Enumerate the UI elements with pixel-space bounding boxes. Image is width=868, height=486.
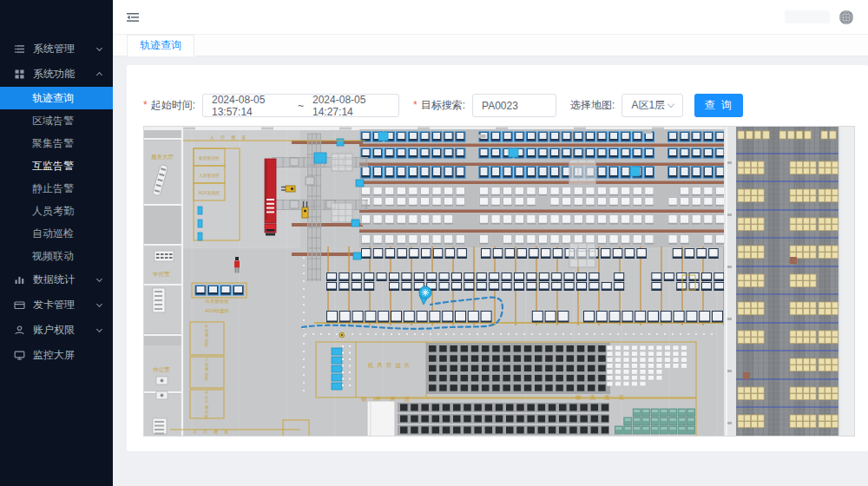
sidebar-item-system-func[interactable]: 系统功能	[0, 62, 113, 86]
sidebar-item-label: 账户权限	[33, 323, 97, 338]
sidebar-subitem-1[interactable]: 区域告警	[0, 109, 113, 132]
sidebar-subitem-3[interactable]: 互监告警	[0, 154, 113, 177]
sidebar-subitem-7[interactable]: 视频联动	[0, 245, 113, 267]
globe-avatar-icon[interactable]	[838, 10, 854, 25]
dark-storage-row	[398, 414, 609, 424]
rack-bar	[359, 230, 727, 233]
sidebar-item-label: 系统管理	[33, 42, 97, 56]
chart-icon	[14, 274, 25, 286]
dark-storage-row	[398, 425, 609, 435]
sidebar-item-label: 发卡管理	[33, 298, 97, 312]
right-edge-strip	[838, 127, 855, 437]
equipment-stack	[332, 383, 342, 390]
sidebar-item-data-stats[interactable]: 数据统计	[0, 267, 113, 292]
sidebar-subitem-6[interactable]: 自动巡检	[0, 222, 113, 245]
top-header	[113, 0, 868, 35]
dark-storage-row	[398, 403, 609, 412]
forklift	[302, 207, 308, 218]
sidebar-item-card-mgmt[interactable]: 发卡管理	[0, 292, 113, 317]
svg-text:人行通道: 人行通道	[210, 135, 252, 141]
time-end-value: 2024-08-05 14:27:14	[312, 94, 390, 118]
chevron-down-icon	[96, 300, 102, 306]
sidebar-item-label: 系统功能	[33, 67, 97, 82]
chevron-down-icon	[96, 44, 102, 50]
control-room-panel	[155, 251, 174, 261]
content-area: 起始时间: 2024-08-05 13:57:14 ~ 2024-08-05 1…	[113, 56, 868, 486]
list-icon	[14, 43, 25, 55]
svg-text:出库缓存区: 出库缓存区	[205, 324, 209, 347]
highlight-cell	[356, 180, 364, 187]
sidebar-item-account-perm[interactable]: 账户权限	[0, 318, 113, 342]
chevron-down-icon	[667, 101, 674, 108]
rack-bar	[359, 144, 727, 148]
sidebar-subitem-5[interactable]: 人员考勤	[0, 200, 113, 222]
chevron-up-icon	[96, 72, 102, 78]
start-time-label: 起始时间:	[143, 98, 195, 113]
sidebar-item-label: 数据统计	[33, 273, 97, 287]
crane-lattice	[332, 154, 352, 171]
equipment-stack	[332, 357, 342, 364]
card-icon	[14, 299, 25, 311]
rack-bar	[359, 163, 727, 167]
crane-lattice	[569, 243, 595, 267]
rack-bar	[292, 141, 363, 144]
conveyor-track	[273, 200, 368, 210]
map-select-value: A区1层	[631, 98, 665, 113]
dock-door	[367, 401, 395, 437]
worker-figure	[235, 257, 239, 260]
sidebar-subitem-4[interactable]: 静止告警	[0, 177, 113, 200]
svg-text:收货暂存区: 收货暂存区	[199, 155, 220, 161]
app-root: 系统管理系统功能轨迹查询区域告警聚集告警互监告警静止告警人员考勤自动巡检视频联动…	[0, 0, 868, 486]
equipment-stack	[332, 374, 342, 381]
header-right	[785, 10, 854, 25]
time-separator: ~	[298, 100, 304, 112]
chevron-down-icon	[96, 325, 102, 332]
query-button[interactable]: 查 询	[694, 94, 742, 117]
rack-bar	[359, 210, 727, 213]
main-column: 轨迹查询 起始时间: 2024-08-05 13:57:14 ~ 2024-08…	[113, 0, 868, 486]
sidebar-subitem-0[interactable]: 轨迹查询	[0, 87, 113, 109]
sidebar-item-system-mgmt[interactable]: 系统管理	[0, 36, 113, 61]
warehouse-map[interactable]: 服务大厅中控室办公室收货暂存区入库暂存区AGV充电区出库暂存区AGV组盘区机具存…	[143, 126, 855, 437]
svg-text:机具存放区: 机具存放区	[368, 362, 414, 369]
highlight-cell	[378, 132, 388, 141]
user-chip	[785, 10, 830, 23]
highlight-cell	[352, 220, 359, 227]
highlight-cell	[353, 253, 361, 259]
highlight-cell	[314, 153, 326, 163]
sidebar: 系统管理系统功能轨迹查询区域告警聚集告警互监告警静止告警人员考勤自动巡检视频联动…	[0, 0, 113, 486]
svg-text:服务大厅: 服务大厅	[151, 154, 174, 161]
rack-bar	[292, 253, 363, 256]
tab-track-query[interactable]: 轨迹查询	[127, 35, 194, 56]
user-icon	[14, 325, 25, 336]
menu-fold-icon[interactable]	[127, 12, 139, 23]
equipment-stack	[332, 365, 342, 372]
highlight-cell	[509, 148, 518, 157]
query-card: 起始时间: 2024-08-05 13:57:14 ~ 2024-08-05 1…	[127, 65, 868, 451]
grid-icon	[14, 69, 25, 80]
svg-text:入库缓存区: 入库缓存区	[205, 358, 209, 381]
svg-text:人行通道: 人行通道	[193, 429, 234, 435]
time-range-input[interactable]: 2024-08-05 13:57:14 ~ 2024-08-05 14:27:1…	[202, 94, 399, 117]
target-search-input[interactable]: PA0023	[472, 94, 556, 117]
svg-text:中控室: 中控室	[153, 271, 170, 277]
svg-text:出库暂存区: 出库暂存区	[205, 299, 229, 305]
crane-lattice	[332, 203, 352, 222]
equipment-stack	[332, 348, 342, 355]
svg-text:物流通道: 物流通道	[575, 394, 633, 401]
svg-text:AGV充电区: AGV充电区	[199, 190, 220, 196]
time-start-value: 2024-08-05 13:57:14	[212, 94, 289, 118]
query-form: 起始时间: 2024-08-05 13:57:14 ~ 2024-08-05 1…	[143, 94, 856, 117]
sidebar-subitem-2[interactable]: 聚集告警	[0, 132, 113, 154]
crane-lattice	[569, 160, 595, 184]
svg-text:办公室: 办公室	[153, 366, 170, 372]
highlight-cell	[337, 139, 344, 146]
sidebar-item-monitor-screen[interactable]: 监控大屏	[0, 343, 113, 367]
tabbar: 轨迹查询	[113, 35, 868, 56]
sidebar-menu: 系统管理系统功能轨迹查询区域告警聚集告警互监告警静止告警人员考勤自动巡检视频联动…	[0, 36, 113, 367]
chevron-down-icon	[96, 275, 102, 281]
map-select-label: 选择地图:	[570, 98, 615, 113]
highlight-cell	[630, 167, 640, 176]
map-select[interactable]: A区1层	[621, 94, 683, 117]
svg-text:AGV组盘区: AGV组盘区	[205, 308, 230, 314]
